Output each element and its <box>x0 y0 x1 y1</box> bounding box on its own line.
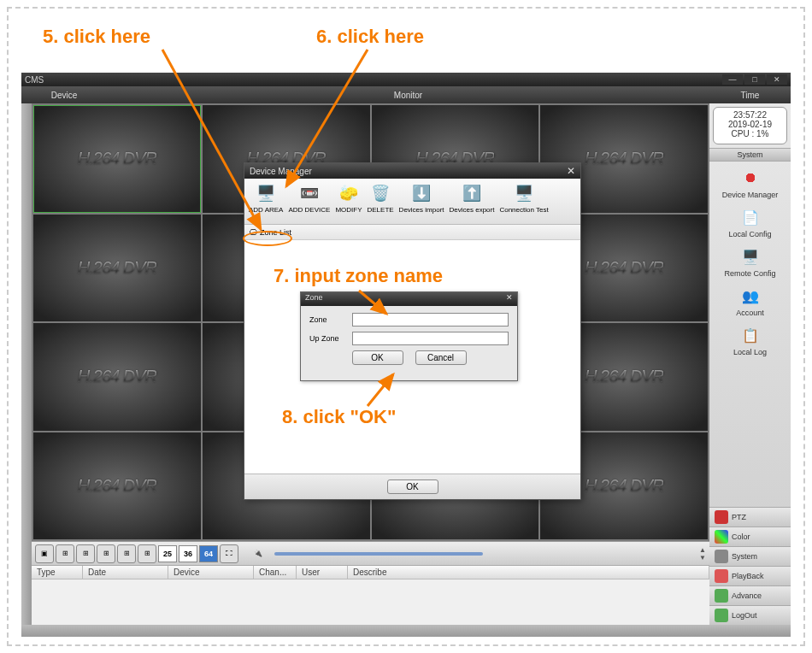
minimize-button[interactable]: — <box>722 74 743 85</box>
zone-dialog: Zone ✕ Zone Up Zone OK Cancel <box>300 291 518 381</box>
annotation-step7: 7. input zone name <box>274 265 443 287</box>
account-button[interactable]: 👥 Account <box>711 281 789 321</box>
zone-input[interactable] <box>352 313 509 326</box>
annotation-step5: 5. click here <box>43 26 150 48</box>
modify-button[interactable]: 🧽 MODIFY <box>332 182 364 221</box>
layout-9-button[interactable]: ⊞ <box>117 544 136 563</box>
local-log-button[interactable]: 📋 Local Log <box>711 321 789 360</box>
add-device-button[interactable]: 📼 ADD DEVICE <box>285 182 332 221</box>
cpu-value: CPU : 1% <box>714 129 786 138</box>
time-box: 23:57:22 2019-02-19 CPU : 1% <box>713 107 787 144</box>
tab-system[interactable]: System <box>709 546 791 566</box>
layout-36-button[interactable]: 36 <box>179 545 197 562</box>
tab-logout[interactable]: LogOut <box>709 605 791 625</box>
connection-test-icon: 🖥️ <box>513 182 535 204</box>
video-cell[interactable]: H.264 DVR <box>33 323 201 431</box>
close-button[interactable]: ✕ <box>767 74 787 85</box>
video-cell[interactable]: H.264 DVR <box>33 215 201 322</box>
header-bar: Device Monitor Time <box>21 86 791 103</box>
tab-advance[interactable]: Advance <box>709 585 791 605</box>
advance-icon <box>715 589 728 603</box>
header-device: Device <box>21 86 107 103</box>
zone-cancel-button[interactable]: Cancel <box>415 350 467 365</box>
dm-close-button[interactable]: ✕ <box>567 165 575 177</box>
layout-1-button[interactable]: ▣ <box>35 544 54 563</box>
status-bar <box>21 625 791 637</box>
tab-color[interactable]: Color <box>709 527 791 546</box>
dm-toolbar: 🖥️ ADD AREA 📼 ADD DEVICE 🧽 MODIFY 🗑️ DEL… <box>244 179 580 225</box>
zone-ok-button[interactable]: OK <box>352 350 403 365</box>
log-col-user[interactable]: User <box>297 566 348 579</box>
fullscreen-button[interactable]: ⛶ <box>220 544 238 563</box>
tab-playback[interactable]: PlayBack <box>709 566 791 585</box>
tab-ptz[interactable]: PTZ <box>709 507 791 527</box>
layout-4-button[interactable]: ⊞ <box>56 544 74 563</box>
log-col-type[interactable]: Type <box>32 566 83 579</box>
date-value: 2019-02-19 <box>714 120 786 129</box>
header-time: Time <box>709 86 791 103</box>
remote-config-button[interactable]: 🖥️ Remote Config <box>711 242 789 281</box>
log-col-describe[interactable]: Describe <box>348 566 709 579</box>
log-col-channel[interactable]: Chan... <box>254 566 297 579</box>
zone-close-button[interactable]: ✕ <box>506 293 513 305</box>
layout-6-button[interactable]: ⊞ <box>76 544 95 563</box>
dm-ok-button[interactable]: OK <box>387 479 438 494</box>
upzone-label: Up Zone <box>309 334 347 343</box>
layout-8-button[interactable]: ⊞ <box>97 544 115 563</box>
system-icon <box>715 550 728 563</box>
maximize-button[interactable]: □ <box>744 74 765 85</box>
export-icon: ⬆️ <box>461 182 483 204</box>
zone-label: Zone <box>309 315 347 324</box>
color-icon <box>715 530 728 544</box>
remote-config-icon: 🖥️ <box>739 245 762 268</box>
scroll-up-icon[interactable]: ▲ <box>699 546 706 554</box>
add-area-icon: 🖥️ <box>255 182 277 204</box>
volume-slider[interactable] <box>274 552 483 556</box>
log-table: Type Date Device Chan... User Describe <box>32 565 709 625</box>
device-manager-icon: ⏺ <box>739 167 762 189</box>
log-col-device[interactable]: Device <box>168 566 254 579</box>
devices-export-button[interactable]: ⬆️ Devices export <box>447 182 497 221</box>
video-cell[interactable]: H.264 DVR <box>33 432 201 540</box>
header-monitor: Monitor <box>107 86 709 103</box>
system-header: System <box>709 148 791 162</box>
device-manager-button[interactable]: ⏺ Device Manager <box>711 163 789 203</box>
app-name: CMS <box>25 75 44 85</box>
time-value: 23:57:22 <box>714 110 786 120</box>
device-manager-dialog: Device Manager ✕ 🖥️ ADD AREA 📼 ADD DEVIC… <box>244 162 581 500</box>
layout-64-button[interactable]: 64 <box>199 545 218 562</box>
connection-test-button[interactable]: 🖥️ Connection Test <box>497 182 550 221</box>
account-icon: 👥 <box>739 285 762 307</box>
dm-tree-root[interactable]: 🖵 Zone List <box>244 225 580 240</box>
playback-icon <box>715 569 728 583</box>
delete-icon: 🗑️ <box>369 182 391 204</box>
annotation-step6: 6. click here <box>316 26 424 48</box>
add-area-button[interactable]: 🖥️ ADD AREA <box>246 182 285 221</box>
layout-toolbar: ▣ ⊞ ⊞ ⊞ ⊞ ⊞ 25 36 64 ⛶ 🔌 ▲ ▼ <box>32 541 709 565</box>
upzone-input[interactable] <box>352 332 509 345</box>
ptz-icon <box>715 510 728 524</box>
modify-icon: 🧽 <box>338 182 360 204</box>
annotation-step8: 8. click "OK" <box>282 406 396 428</box>
titlebar: CMS — □ ✕ <box>21 73 791 86</box>
add-device-icon: 📼 <box>298 182 321 204</box>
zone-title: Zone <box>305 293 323 305</box>
dm-title: Device Manager <box>250 167 312 176</box>
delete-button[interactable]: 🗑️ DELETE <box>364 182 396 221</box>
logout-icon <box>715 609 728 622</box>
scroll-down-icon[interactable]: ▼ <box>699 554 706 562</box>
local-config-icon: 📄 <box>739 206 762 228</box>
devices-import-button[interactable]: ⬇️ Devices import <box>397 182 447 221</box>
layout-25-button[interactable]: 25 <box>158 545 177 562</box>
disconnect-icon[interactable]: 🔌 <box>249 544 268 563</box>
right-panel: 23:57:22 2019-02-19 CPU : 1% System ⏺ De… <box>709 103 791 625</box>
video-cell[interactable]: H.264 DVR <box>33 105 201 213</box>
log-col-date[interactable]: Date <box>83 566 168 579</box>
left-strip <box>21 103 32 625</box>
local-log-icon: 📋 <box>739 324 762 346</box>
import-icon: ⬇️ <box>410 182 432 204</box>
local-config-button[interactable]: 📄 Local Config <box>711 203 789 242</box>
layout-16-button[interactable]: ⊞ <box>138 544 156 563</box>
